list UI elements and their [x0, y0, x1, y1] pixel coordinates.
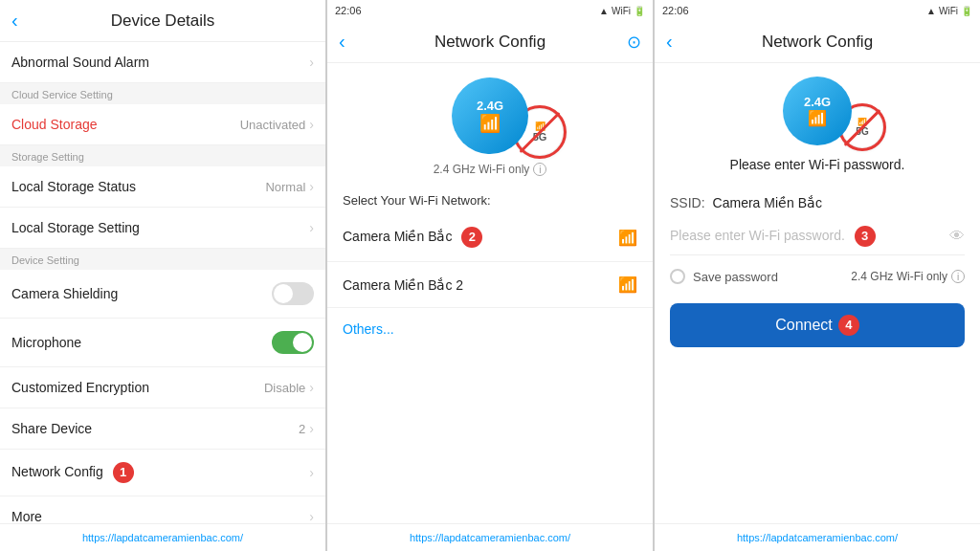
wifi-2g-label: 2.4G [477, 99, 503, 113]
save-password-radio[interactable] [670, 269, 685, 284]
panel1-header: ‹ Device Details [0, 0, 325, 42]
time-display: 22:06 [662, 5, 689, 16]
signal-icon: ▲ [599, 6, 609, 16]
connect-button[interactable]: Connect 4 [670, 303, 965, 347]
panel3-info-icon[interactable]: i [951, 270, 965, 283]
chevron-right-icon: › [309, 117, 314, 132]
panel3-back-button[interactable]: ‹ [666, 31, 673, 53]
wifi-signal-weak-icon: 📶 [618, 276, 637, 294]
list-item-local-storage-status[interactable]: Local Storage Status Normal › [0, 166, 325, 208]
step1-badge: 1 [113, 462, 134, 483]
wifi-network-item-1[interactable]: Camera Miền Bắc 2 📶 [327, 213, 653, 262]
battery-icon: 🔋 [634, 6, 645, 16]
back-button[interactable]: ‹ [11, 10, 18, 32]
step4-badge: 4 [838, 315, 859, 336]
info-icon[interactable]: i [533, 163, 546, 176]
wifi-status-icon: WiFi [612, 6, 631, 16]
panel-network-config-password: 22:06 ▲ WiFi 🔋 ‹ Network Config 2.4G 📶 📶… [653, 0, 980, 551]
list-item-cloud-storage[interactable]: Cloud Storage Unactivated › [0, 104, 325, 145]
time-display: 22:06 [335, 5, 362, 16]
panel3-footer-url: https://lapdatcameramienbac.com/ [655, 523, 980, 551]
panel3-wifi-2g-label: 2.4G [804, 95, 831, 109]
list-item-network-config[interactable]: Network Config 1 › [0, 450, 325, 496]
freq-badge: 2.4 GHz Wi-Fi only i [851, 270, 965, 283]
select-network-label: Select Your Wi-Fi Network: [327, 186, 653, 213]
wifi-2g-signal-icon: 📶 [479, 113, 501, 134]
panel2-header: ‹ Network Config ⊙ [327, 21, 653, 63]
wifi-status-icon: WiFi [939, 6, 958, 16]
panel3-wifi-band-visual: 2.4G 📶 📶 5G [655, 63, 980, 149]
section-cloud-service: Cloud Service Setting [0, 83, 325, 104]
chevron-right-icon: › [309, 465, 314, 480]
section-storage: Storage Setting [0, 145, 325, 166]
panel1-footer-url: https://lapdatcameramienbac.com/ [0, 523, 325, 551]
list-item-more[interactable]: More › [0, 496, 325, 523]
panel1-title: Device Details [11, 11, 314, 31]
section-device-setting: Device Setting [0, 249, 325, 270]
ssid-row: SSID: Camera Miền Bắc [670, 184, 965, 218]
list-item-customized-encryption[interactable]: Customized Encryption Disable › [0, 367, 325, 408]
panel2-footer-url: https://lapdatcameramienbac.com/ [327, 523, 653, 551]
panel3-status-bar: 22:06 ▲ WiFi 🔋 [655, 0, 980, 21]
list-item-abnormal-sound[interactable]: Abnormal Sound Alarm › [0, 42, 325, 83]
wifi-network-item-2[interactable]: Camera Miền Bắc 2 📶 [327, 262, 653, 308]
list-item-local-storage-setting[interactable]: Local Storage Setting › [0, 208, 325, 249]
panel-network-config-select: 22:06 ▲ WiFi 🔋 ‹ Network Config ⊙ 2.4G 📶… [325, 0, 653, 551]
panel2-back-button[interactable]: ‹ [339, 31, 345, 53]
chevron-right-icon: › [309, 509, 314, 523]
camera-shielding-toggle[interactable] [272, 282, 314, 305]
chevron-right-icon: › [309, 421, 314, 436]
list-item-microphone[interactable]: Microphone [0, 319, 325, 367]
chevron-right-icon: › [309, 380, 314, 395]
settings-icon[interactable]: ⊙ [627, 32, 641, 53]
wifi-signal-strong-icon: 📶 [618, 229, 637, 247]
wifi-freq-label: 2.4 GHz Wi-Fi only i [327, 159, 653, 186]
list-item-share-device[interactable]: Share Device 2 › [0, 408, 325, 450]
panel2-status-bar: 22:06 ▲ WiFi 🔋 [327, 0, 653, 21]
panel3-form-content: Please enter Wi-Fi password. SSID: Camer… [655, 149, 980, 523]
others-link[interactable]: Others... [327, 308, 653, 350]
chevron-right-icon: › [309, 220, 314, 235]
signal-icon: ▲ [926, 6, 936, 16]
chevron-right-icon: › [309, 55, 314, 70]
battery-icon: 🔋 [961, 6, 972, 16]
save-password-option[interactable]: Save password [670, 269, 778, 284]
wifi-band-visual: 2.4G 📶 📶 5G [327, 63, 653, 159]
panel-device-details: ‹ Device Details Abnormal Sound Alarm › … [0, 0, 325, 551]
panel3-title: Network Config [666, 33, 969, 52]
step3-badge: 3 [855, 226, 876, 247]
panel1-content: Abnormal Sound Alarm › Cloud Service Set… [0, 42, 325, 523]
password-input-row[interactable]: Please enter Wi-Fi password. 3 👁 [670, 218, 965, 255]
wifi-2g-circle: 2.4G 📶 [452, 77, 528, 154]
wifi-password-prompt: Please enter Wi-Fi password. [670, 149, 965, 184]
microphone-toggle[interactable] [272, 331, 314, 354]
password-visibility-toggle[interactable]: 👁 [949, 228, 965, 245]
chevron-right-icon: › [309, 179, 314, 194]
options-row: Save password 2.4 GHz Wi-Fi only i [670, 269, 965, 284]
panel3-wifi-2g-signal-icon: 📶 [808, 109, 827, 127]
list-item-camera-shielding[interactable]: Camera Shielding [0, 270, 325, 319]
panel2-title: Network Config [339, 33, 641, 52]
panel3-header: ‹ Network Config [655, 21, 980, 63]
panel3-wifi-2g-circle: 2.4G 📶 [783, 77, 852, 145]
step2-badge: 2 [461, 227, 482, 248]
